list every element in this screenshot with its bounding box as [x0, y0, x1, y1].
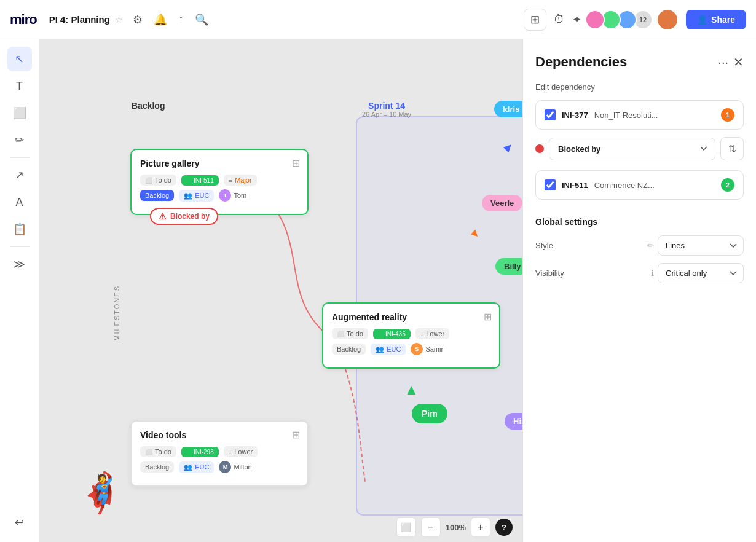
star-icon[interactable]: ☆	[115, 15, 123, 25]
card-picture-gallery[interactable]: ⊞ Picture gallery ⬜ To do ✓ INI-511 ≡ Ma…	[130, 149, 309, 215]
dep2-count: 2	[721, 178, 734, 192]
style-select-container: ✏ Lines	[647, 235, 744, 256]
text-tool-2[interactable]: A	[7, 190, 32, 214]
toolbar-separator-1	[10, 157, 30, 158]
card2-status: ⬜ To do	[332, 328, 368, 339]
topbar-right: ⊞ ⏱ ✦ 12 👤 Share	[524, 9, 746, 31]
share-icon: 👤	[697, 15, 707, 25]
style-label: Style	[535, 241, 641, 250]
panel-header: Dependencies ··· ✕	[535, 54, 744, 70]
visibility-select[interactable]: Critical only	[658, 263, 744, 283]
bottom-bar: ⬜ − 100% + ?	[39, 513, 522, 542]
card-augmented-reality[interactable]: ⊞ Augmented reality ⬜ To do ✓ INI-435 ↓ …	[322, 302, 500, 369]
sort-button[interactable]: ⇅	[720, 137, 744, 160]
card2-row2: Backlog 👥 EUC S Samir	[332, 343, 490, 355]
arrow-tool[interactable]: ↗	[7, 163, 32, 187]
visibility-label: Visibility	[535, 269, 645, 278]
zoom-in-button[interactable]: +	[471, 517, 490, 537]
dep2-name: Commence NZ...	[594, 181, 715, 190]
card3-row2: Backlog 👥 EUC M Milton	[140, 461, 299, 473]
card2-avatar: S	[411, 343, 423, 355]
panel-toggle-button[interactable]: ⬜	[396, 517, 416, 537]
info-icon: ℹ	[651, 269, 654, 278]
card1-ticket: ✓ INI-511	[181, 175, 219, 186]
avatar-group: 12	[589, 10, 653, 29]
search-icon[interactable]: 🔍	[195, 13, 208, 26]
card3-team: 👥 EUC	[179, 461, 214, 473]
dep2-checkbox[interactable]	[545, 179, 556, 190]
reactions-icon[interactable]: ✦	[572, 13, 581, 26]
notifications-icon[interactable]: 🔔	[154, 13, 167, 26]
dependency-item-2: INI-511 Commence NZ... 2	[535, 170, 744, 200]
card1-status: ⬜ To do	[140, 175, 176, 186]
dep1-checkbox[interactable]	[545, 109, 556, 120]
pen-tool[interactable]: ✏	[7, 128, 32, 152]
help-button[interactable]: ?	[495, 519, 513, 536]
board-title: PI 4: Planning	[49, 14, 110, 25]
blocked-by-row: Blocked by ⇅	[535, 137, 744, 160]
card1-team: 👥 EUC	[179, 190, 214, 202]
card2-priority: ↓ Lower	[415, 328, 449, 339]
card3-title: Video tools	[140, 430, 299, 440]
zoom-level: 100%	[446, 523, 466, 532]
sticky-note-tool[interactable]: ⬜	[7, 101, 32, 125]
topbar: miro PI 4: Planning ☆ ⚙ 🔔 ↑ 🔍 ⊞ ⏱ ✦ 12 👤…	[0, 0, 756, 39]
card3-ticket: ✓ INI-298	[181, 447, 219, 457]
card3-person: M Milton	[219, 461, 251, 473]
visibility-select-container: ℹ Critical only	[651, 263, 744, 283]
dep2-code: INI-511	[562, 181, 588, 190]
card2-location: Backlog	[332, 344, 366, 355]
card2-expand-icon: ⊞	[484, 311, 492, 323]
pencil-icon: ✏	[647, 241, 654, 250]
settings-icon[interactable]: ⚙	[133, 13, 143, 26]
panel-close-button[interactable]: ✕	[733, 55, 744, 69]
card3-expand-icon: ⊞	[292, 429, 300, 441]
logo: miro	[10, 12, 37, 28]
share-button[interactable]: 👤 Share	[686, 10, 746, 29]
toolbar-separator-2	[10, 246, 30, 247]
edit-dependency-label: Edit dependency	[535, 82, 744, 92]
card1-title: Picture gallery	[140, 159, 299, 168]
person-veerle: Veerle	[482, 195, 522, 211]
card-expand-icon: ⊞	[292, 157, 300, 169]
zoom-out-button[interactable]: −	[421, 517, 441, 537]
upload-icon[interactable]: ↑	[178, 13, 184, 26]
backlog-header: Backlog	[132, 101, 165, 111]
card1-person: T Tom	[219, 189, 246, 202]
card2-team: 👥 EUC	[371, 344, 406, 355]
card1-row2: Backlog 👥 EUC T Tom	[140, 189, 299, 202]
style-setting-row: Style ✏ Lines	[535, 235, 744, 256]
blocked-by-select[interactable]: Blocked by	[549, 138, 715, 160]
global-settings-label: Global settings	[535, 217, 744, 227]
panel-more-button[interactable]: ···	[718, 55, 728, 69]
blocked-by-badge[interactable]: ⚠ Blocked by	[150, 208, 218, 225]
milestones-label: Milestones	[113, 285, 120, 341]
undo-button[interactable]: ↩	[7, 510, 32, 535]
layers-tool[interactable]: 📋	[7, 217, 32, 242]
card1-avatar: T	[219, 189, 231, 202]
visibility-setting-row: Visibility ℹ Critical only	[535, 263, 744, 283]
timer-icon[interactable]: ⏱	[554, 13, 565, 26]
more-tools[interactable]: ≫	[7, 252, 32, 277]
dependency-item-1: INI-377 Non_IT Resoluti... 1	[535, 100, 744, 130]
style-select[interactable]: Lines	[658, 235, 744, 256]
card2-person: S Samir	[411, 343, 443, 355]
avatar-1	[585, 10, 605, 29]
sprint-header: Sprint 14 26 Apr – 10 May	[362, 101, 411, 118]
select-tool[interactable]: ↖	[7, 47, 32, 71]
card1-location: Backlog	[140, 190, 174, 201]
right-panel: Dependencies ··· ✕ Edit dependency INI-3…	[522, 39, 756, 542]
card1-priority: ≡ Major	[224, 175, 257, 186]
dep1-code: INI-377	[562, 111, 588, 120]
text-tool[interactable]: T	[7, 74, 32, 98]
card3-priority: ↓ Lower	[224, 446, 258, 457]
left-toolbar: ↖ T ⬜ ✏ ↗ A 📋 ≫ ↩	[0, 39, 39, 542]
card3-row1: ⬜ To do ✓ INI-298 ↓ Lower	[140, 446, 299, 457]
warning-icon: ⚠	[159, 211, 167, 221]
topbar-icons: ⚙ 🔔 ↑ 🔍	[133, 13, 208, 26]
card2-title: Augmented reality	[332, 312, 490, 322]
card2-row1: ⬜ To do ✓ INI-435 ↓ Lower	[332, 328, 490, 339]
apps-button[interactable]: ⊞	[524, 9, 546, 31]
card2-ticket: ✓ INI-435	[373, 329, 411, 339]
panel-title: Dependencies	[535, 54, 718, 70]
